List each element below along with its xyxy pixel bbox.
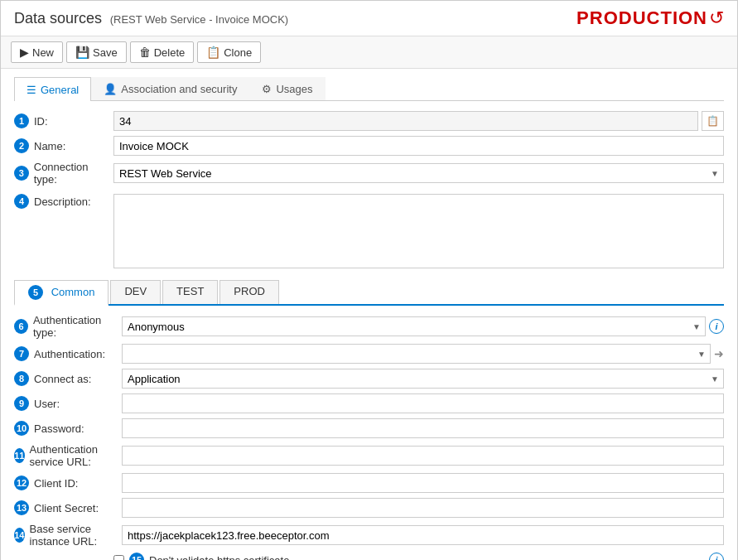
badge-10: 10 [14,421,29,436]
association-tab-icon: 👤 [104,83,117,95]
production-icon: ↺ [709,7,724,29]
main-container: Data sources (REST Web Service - Invoice… [0,0,738,560]
id-field-wrapper: 📋 [113,111,724,131]
base-service-url-row: 14 Base service instance URL: [14,523,724,548]
client-secret-input[interactable] [122,498,724,518]
badge-1: 1 [14,113,29,128]
auth-type-field: Anonymous ▼ i [122,316,724,336]
connect-as-row: 8 Connect as: Application ▼ [14,369,724,389]
auth-type-select-wrapper: Anonymous ▼ [122,316,706,336]
connection-type-select[interactable]: REST Web Service [113,163,724,183]
auth-service-url-field [122,446,724,466]
client-id-field [122,473,724,493]
user-row: 9 User: [14,393,724,413]
authentication-select-wrapper: ▼ [122,344,711,364]
clone-icon: 📋 [206,46,220,59]
base-service-url-field [122,525,724,545]
authentication-label: 7 Authentication: [14,346,122,361]
production-badge: PRODUCTION ↺ [576,7,724,29]
id-row: 1 ID: 📋 [14,111,724,131]
client-secret-row: 13 Client Secret: [14,498,724,518]
description-label: 4 Description: [14,194,113,209]
user-input[interactable] [122,393,724,413]
connection-type-field: REST Web Service ▼ [113,163,724,183]
password-row: 10 Password: [14,418,724,438]
name-label: 2 Name: [14,138,113,153]
auth-type-info-icon[interactable]: i [709,319,724,334]
validate-https-info-icon[interactable]: i [709,553,724,560]
password-input[interactable] [122,418,724,438]
badge-12: 12 [14,476,29,490]
client-id-label: 12 Client ID: [14,476,122,490]
new-button[interactable]: ▶ New [11,41,63,63]
page-title: Data sources (REST Web Service - Invoice… [14,10,288,27]
client-secret-label: 13 Client Secret: [14,500,122,515]
auth-service-url-row: 11 Authentication service URL: [14,443,724,468]
badge-8: 8 [14,371,29,386]
inner-tab-common[interactable]: 5 Common [14,280,109,306]
main-tab-strip: ☰ General 👤 Association and security ⚙ U… [14,77,724,101]
auth-type-row: 6 Authentication type: Anonymous ▼ i [14,314,724,339]
validate-https-label[interactable]: Don't validate https certificate [149,554,289,561]
validate-https-row: 15 Don't validate https certificate i [14,553,724,560]
inner-tab-dev[interactable]: DEV [110,280,161,304]
header: Data sources (REST Web Service - Invoice… [1,1,737,36]
connection-type-row: 3 Connection type: REST Web Service ▼ [14,161,724,186]
description-input[interactable] [113,194,724,268]
auth-type-select[interactable]: Anonymous [122,316,706,336]
user-field [122,393,724,413]
description-row: 4 Description: [14,191,724,268]
client-id-input[interactable] [122,473,724,493]
auth-type-label: 6 Authentication type: [14,314,122,339]
badge-7: 7 [14,346,29,361]
authentication-field: ▼ ➜ [122,344,724,364]
connect-as-select[interactable]: Application [122,369,724,389]
auth-service-url-label: 11 Authentication service URL: [14,443,122,468]
id-input[interactable] [113,111,698,131]
base-service-url-input[interactable] [122,525,724,545]
authentication-select[interactable] [122,344,711,364]
usages-tab-icon: ⚙ [262,83,272,95]
new-icon: ▶ [20,46,29,59]
description-field [113,194,724,268]
delete-button[interactable]: 🗑 Delete [130,41,195,63]
auth-service-url-input[interactable] [122,446,724,466]
save-button[interactable]: 💾 Save [66,41,127,63]
base-service-url-label: 14 Base service instance URL: [14,523,122,548]
badge-9: 9 [14,396,29,411]
connect-as-field: Application ▼ [122,369,724,389]
tab-general[interactable]: ☰ General [14,77,91,101]
tab-association[interactable]: 👤 Association and security [91,77,249,100]
badge-13: 13 [14,500,29,515]
name-field-wrapper [113,136,724,156]
inner-tab-test[interactable]: TEST [162,280,218,304]
connection-type-select-wrapper: REST Web Service ▼ [113,163,724,183]
id-label: 1 ID: [14,113,113,128]
clone-button[interactable]: 📋 Clone [197,41,261,63]
connection-type-label: 3 Connection type: [14,161,113,186]
badge-6: 6 [14,319,28,334]
client-id-row: 12 Client ID: [14,473,724,493]
inner-tab-prod[interactable]: PROD [219,280,279,304]
name-input[interactable] [113,136,724,156]
badge-4: 4 [14,194,29,209]
save-icon: 💾 [75,46,89,59]
inner-tab-strip: 5 Common DEV TEST PROD [14,280,724,306]
validate-https-checkbox[interactable] [113,555,124,561]
general-tab-icon: ☰ [27,84,36,96]
badge-5: 5 [28,285,43,300]
toolbar: ▶ New 💾 Save 🗑 Delete 📋 Clone [1,36,737,69]
authentication-row: 7 Authentication: ▼ ➜ [14,344,724,364]
auth-arrow-icon[interactable]: ➜ [714,347,724,360]
password-field [122,418,724,438]
badge-15: 15 [129,553,144,560]
connect-as-label: 8 Connect as: [14,371,122,386]
connect-as-select-wrapper: Application ▼ [122,369,724,389]
badge-14: 14 [14,528,25,543]
badge-3: 3 [14,166,29,181]
delete-icon: 🗑 [139,46,151,59]
badge-11: 11 [14,448,25,463]
copy-id-button[interactable]: 📋 [702,111,724,131]
client-secret-field [122,498,724,518]
tab-usages[interactable]: ⚙ Usages [249,77,325,100]
